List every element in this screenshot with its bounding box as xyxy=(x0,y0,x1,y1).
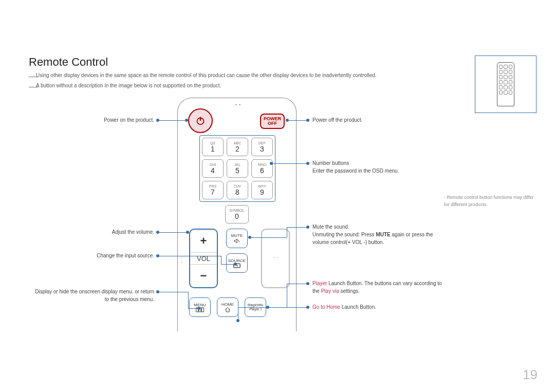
label-text: Unmuting the sound: Press xyxy=(312,232,376,237)
leader-line xyxy=(287,227,287,237)
leader-line xyxy=(288,120,307,121)
leader-line xyxy=(272,163,307,164)
num-4: GHI4 xyxy=(202,159,224,178)
num-t: DEF xyxy=(258,141,266,145)
home-icon xyxy=(224,307,231,313)
label-volume: Adjust the volume. xyxy=(62,228,154,236)
num-t: JKL xyxy=(234,163,240,166)
label-text: Player xyxy=(312,281,327,286)
side-dots: ● ● xyxy=(181,256,183,264)
leader-line xyxy=(238,307,238,320)
num-7: PRS7 xyxy=(202,181,224,199)
source-button: SOURCE xyxy=(226,253,248,273)
leader-line xyxy=(159,292,188,292)
label-power-on: Power on the product. xyxy=(62,116,154,124)
num-t: ABC xyxy=(234,141,241,145)
label-source: Change the input source. xyxy=(62,252,154,259)
label-numbers: Number buttons Enter the password in the… xyxy=(312,159,446,175)
leader-line xyxy=(287,284,307,284)
volume-rocker: + VOL − xyxy=(189,229,218,288)
home-label: HOME xyxy=(221,302,234,307)
thumbnail-remote xyxy=(475,55,536,113)
num-n: 2 xyxy=(235,145,239,153)
mute-icon xyxy=(233,238,240,244)
page-number: 19 xyxy=(523,367,538,383)
power-off-label-2: OFF xyxy=(268,121,277,126)
label-menu: Display or hide the onscreen display men… xyxy=(31,288,154,303)
note-1: Using other display devices in the same … xyxy=(36,72,498,79)
num-5: JKL5 xyxy=(227,159,248,178)
number-pad: QZ1 ABC2 DEF3 GHI4 JKL5 MNO6 PRS7 TUV8 W… xyxy=(199,135,275,202)
num-n: 9 xyxy=(260,188,264,196)
source-label: SOURCE xyxy=(228,258,246,263)
num-n: 8 xyxy=(235,188,239,196)
num-0: SYMBOL0 xyxy=(225,205,249,223)
leader-line xyxy=(188,308,198,309)
num-n: 3 xyxy=(260,145,264,153)
leader-line xyxy=(287,284,287,307)
num-n: 7 xyxy=(211,188,215,196)
num-n: 0 xyxy=(235,212,239,220)
power-icon xyxy=(195,115,206,126)
label-text: Mute the sound. xyxy=(312,224,349,230)
power-button xyxy=(188,108,213,133)
leader-line xyxy=(159,256,221,256)
dot xyxy=(306,226,309,229)
mini-remote xyxy=(497,62,514,106)
num-n: 6 xyxy=(260,166,264,175)
note-2: A button without a description in the im… xyxy=(36,82,498,89)
svg-line-2 xyxy=(238,239,240,242)
label-text: settings. xyxy=(339,288,360,294)
channel-dots: ● ● xyxy=(273,256,279,258)
label-power-off: Power off the product. xyxy=(312,116,425,124)
num-2: ABC2 xyxy=(227,138,248,156)
num-n: 4 xyxy=(211,166,215,175)
magicinfo-label-2: Player I xyxy=(249,307,262,311)
dot xyxy=(306,119,309,122)
label-text: Enter the password in the OSD menu. xyxy=(312,168,399,174)
leader-line xyxy=(287,227,307,228)
num-t: GHI xyxy=(210,163,216,166)
volume-label: VOL xyxy=(190,252,217,265)
label-text: Launch Button. xyxy=(340,304,376,310)
side-note: Remote control button functions may diff… xyxy=(444,194,536,208)
remote-body: ● ● POWER OFF QZ1 ABC2 DEF3 GHI4 JKL5 MN… xyxy=(177,98,297,331)
volume-up: + xyxy=(190,230,217,252)
home-button: HOME xyxy=(217,297,238,317)
num-1: QZ1 xyxy=(202,138,224,156)
label-text: Go to Home xyxy=(312,304,340,310)
dot xyxy=(306,282,309,285)
dot xyxy=(186,231,189,234)
num-t: TUV xyxy=(234,184,241,188)
menu-label: MENU xyxy=(194,303,206,307)
num-t: WXY xyxy=(258,184,266,188)
label-text: Number buttons xyxy=(312,160,349,166)
leader-line xyxy=(238,307,307,308)
leader-line xyxy=(159,120,185,121)
zero-row: SYMBOL0 xyxy=(225,205,249,223)
dot xyxy=(185,119,188,122)
num-9: WXY9 xyxy=(251,181,273,199)
num-t: SYMBOL xyxy=(229,209,244,212)
sensor-dots: ● ● xyxy=(235,103,242,106)
leader-line xyxy=(221,256,221,264)
num-8: TUV8 xyxy=(227,181,248,199)
mute-label: MUTE xyxy=(231,233,243,238)
magicinfo-label-1: MagicInfo xyxy=(248,303,263,307)
power-off-button: POWER OFF xyxy=(260,114,285,129)
label-player: Player Launch Button. The buttons can va… xyxy=(312,279,446,295)
dot xyxy=(306,306,309,309)
leader-line xyxy=(221,264,234,265)
num-t: QZ xyxy=(210,141,215,145)
label-mute: Mute the sound. Unmuting the sound: Pres… xyxy=(312,223,446,246)
label-text: MUTE xyxy=(376,232,390,237)
num-t: PRS xyxy=(209,184,216,188)
num-n: 5 xyxy=(235,166,239,175)
num-n: 1 xyxy=(211,145,215,153)
dot xyxy=(306,162,309,165)
num-3: DEF3 xyxy=(251,138,273,156)
leader-line xyxy=(159,232,187,233)
svg-rect-6 xyxy=(201,308,203,312)
leader-line xyxy=(251,237,287,238)
volume-down: − xyxy=(190,265,217,287)
